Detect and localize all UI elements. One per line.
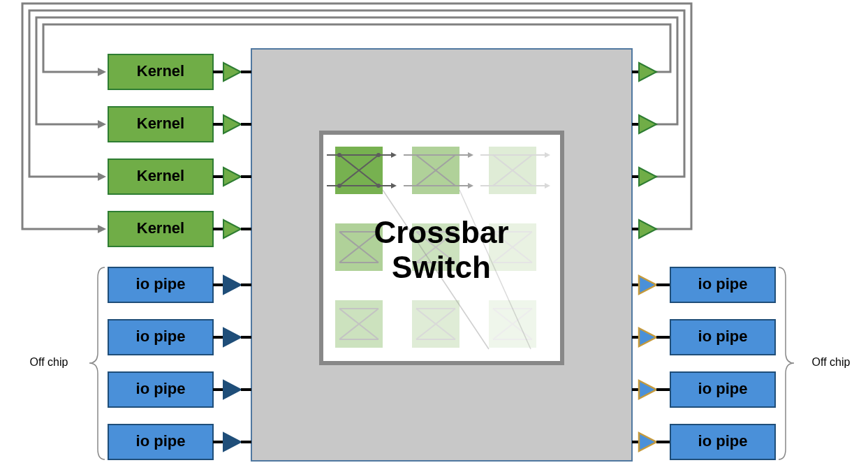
io-left-label-2: io pipe [136, 327, 186, 345]
kernel-out-tri-4 [639, 220, 656, 238]
io-left-group: io pipe io pipe io pipe io pipe [108, 267, 251, 459]
io-left-label-3: io pipe [136, 380, 186, 397]
io-right-label-2: io pipe [698, 327, 748, 345]
kernel-label-4: Kernel [137, 219, 184, 237]
io-right-label-4: io pipe [698, 432, 748, 450]
kernel-label-1: Kernel [137, 62, 184, 80]
brace-right [779, 267, 794, 459]
feedback-arrow-3 [98, 172, 106, 181]
crossbar-title-2: Switch [392, 250, 491, 284]
io-right-tri-2 [639, 328, 656, 346]
io-right-tri-1 [639, 276, 656, 294]
feedback-arrow-4 [98, 225, 106, 233]
kernel-label-3: Kernel [137, 167, 184, 184]
kernel-tri-1 [223, 63, 241, 81]
crossbar-title-1: Crossbar [374, 215, 508, 249]
io-right-tri-3 [639, 381, 656, 399]
io-left-tri-2 [223, 328, 241, 346]
io-left-tri-3 [223, 381, 241, 399]
kernel-out-tri-2 [639, 115, 656, 133]
io-right-label-1: io pipe [698, 275, 748, 293]
feedback-arrow-1 [98, 68, 106, 76]
io-right-tri-4 [639, 433, 656, 451]
kernel-out-tri-3 [639, 168, 656, 186]
kernel-out-tri-1 [639, 63, 656, 81]
kernel-tri-4 [223, 220, 241, 238]
kernel-tri-2 [223, 115, 241, 133]
io-left-tri-4 [223, 433, 241, 451]
io-right-group: io pipe io pipe io pipe io pipe [632, 267, 775, 459]
kernel-output-group [632, 63, 656, 238]
io-left-tri-1 [223, 276, 241, 294]
off-chip-right-label: Off chip [812, 356, 851, 368]
kernel-group: Kernel Kernel Kernel Kernel [108, 54, 251, 246]
kernel-label-2: Kernel [137, 115, 184, 132]
brace-left [89, 267, 105, 459]
io-left-label-1: io pipe [136, 275, 186, 293]
io-right-label-3: io pipe [698, 380, 748, 397]
io-left-label-4: io pipe [136, 432, 186, 450]
feedback-arrow-2 [98, 120, 106, 128]
off-chip-left-label: Off chip [30, 356, 68, 368]
kernel-tri-3 [223, 168, 241, 186]
